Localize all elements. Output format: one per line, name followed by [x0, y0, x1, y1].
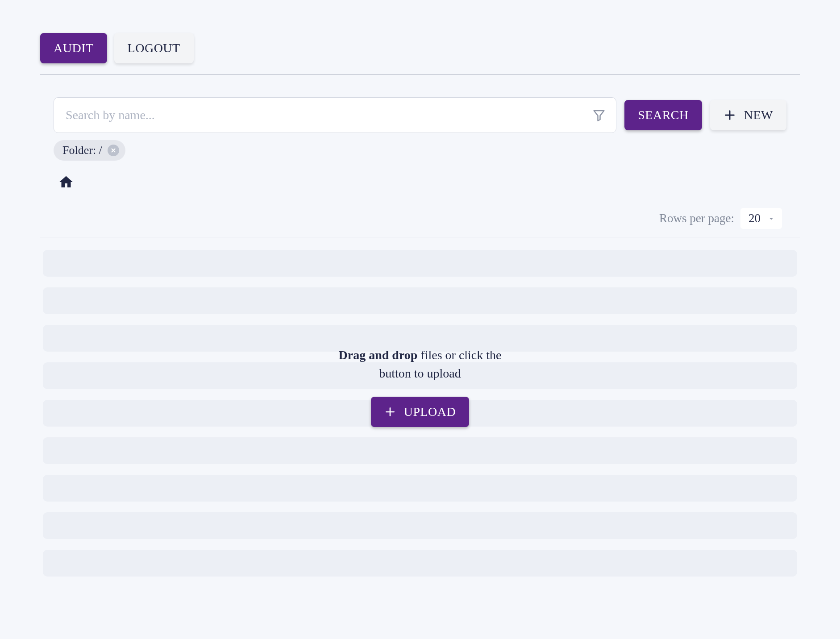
list-item	[43, 325, 797, 352]
list-item	[43, 512, 797, 539]
header-actions: AUDIT LOGOUT	[40, 0, 800, 75]
rows-per-page-select[interactable]: 20	[740, 208, 782, 229]
list-item	[43, 475, 797, 502]
search-input[interactable]	[54, 97, 616, 133]
list-item	[43, 437, 797, 464]
file-list: Drag and drop files or click the button …	[40, 237, 800, 577]
filter-icon[interactable]	[592, 108, 606, 122]
folder-filter-chip[interactable]: Folder: /	[54, 140, 125, 161]
plus-icon	[384, 406, 396, 418]
new-button[interactable]: NEW	[710, 100, 786, 130]
filter-chips: Folder: /	[40, 133, 800, 161]
audit-button[interactable]: AUDIT	[40, 33, 107, 63]
rows-per-page-value: 20	[749, 212, 761, 225]
search-row: SEARCH NEW	[40, 97, 800, 133]
breadcrumb	[40, 161, 800, 195]
chevron-down-icon	[767, 214, 776, 223]
pagination-bar: Rows per page: 20	[40, 195, 800, 237]
upload-button[interactable]: UPLOAD	[371, 397, 470, 427]
svg-marker-0	[594, 111, 604, 121]
folder-chip-label: Folder: /	[62, 144, 102, 157]
list-item	[43, 287, 797, 314]
logout-button[interactable]: LOGOUT	[114, 33, 194, 63]
plus-icon	[724, 109, 736, 121]
list-item	[43, 362, 797, 389]
search-button[interactable]: SEARCH	[624, 100, 702, 130]
upload-button-label: UPLOAD	[404, 405, 456, 419]
new-button-label: NEW	[744, 108, 773, 122]
list-item	[43, 550, 797, 577]
home-icon[interactable]	[58, 174, 782, 190]
rows-per-page-label: Rows per page:	[659, 212, 734, 225]
close-icon[interactable]	[108, 145, 119, 156]
list-item	[43, 250, 797, 277]
search-wrap	[54, 97, 616, 133]
